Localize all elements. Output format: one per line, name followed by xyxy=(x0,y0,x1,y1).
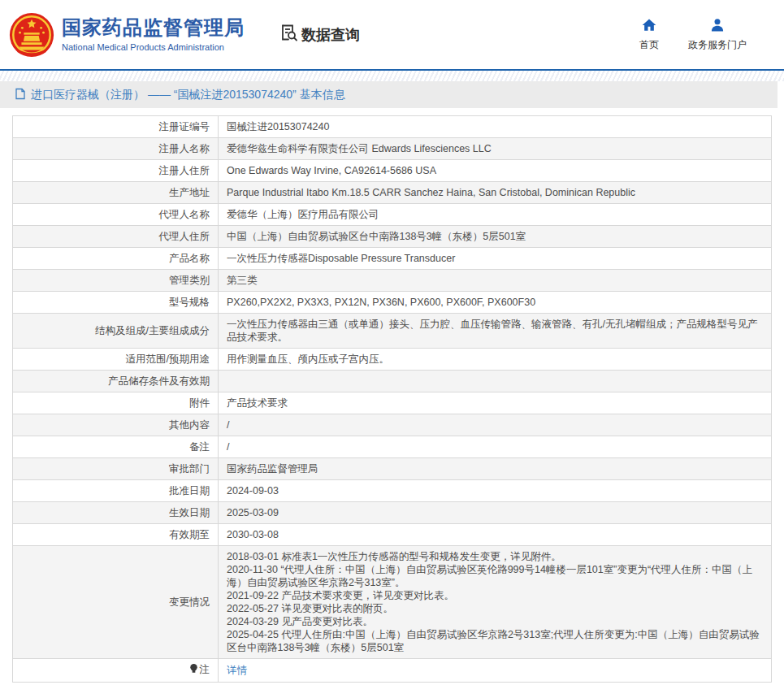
field-value: 中国（上海）自由贸易试验区台中南路138号3幢（东楼）5层501室 xyxy=(219,226,772,248)
field-value: 爱德华（上海）医疗用品有限公司 xyxy=(219,204,772,226)
field-label: 审批部门 xyxy=(13,458,219,480)
data-query-label: 数据查询 xyxy=(301,25,360,45)
field-value: 产品技术要求 xyxy=(219,392,772,414)
field-label: 注册证编号 xyxy=(13,116,219,138)
table-row: 批准日期 2024-09-03 xyxy=(13,480,772,502)
field-value: 一次性压力传感器由三通（或单通）接头、压力腔、血压传输管路、输液管路、有孔/无孔… xyxy=(219,314,772,349)
table-row: 代理人名称 爱德华（上海）医疗用品有限公司 xyxy=(13,204,772,226)
table-row: 注册证编号 国械注进20153074240 xyxy=(13,116,772,138)
table-row-note: 注 详情 xyxy=(13,659,772,683)
field-label: 备注 xyxy=(13,436,219,458)
field-label: 注册人住所 xyxy=(13,160,219,182)
data-query-icon xyxy=(279,23,298,46)
changes-history: 2018-03-01 标准表1一次性压力传感器的型号和规格发生变更，详见附件。 … xyxy=(219,546,772,659)
field-label: 附件 xyxy=(13,392,219,414)
data-query-section-link[interactable]: 数据查询 xyxy=(279,23,360,46)
field-label: 批准日期 xyxy=(13,480,219,502)
agency-name-zh: 国家药品监督管理局 xyxy=(62,17,245,38)
breadcrumb-text: 进口医疗器械（注册） —— “国械注进20153074240” 基本信息 xyxy=(31,88,345,102)
decorative-hatch-strip xyxy=(0,71,784,81)
table-row: 型号规格 PX260,PX2X2, PX3X3, PX12N, PX36N, P… xyxy=(13,292,772,314)
field-label: 其他内容 xyxy=(13,414,219,436)
table-row: 代理人住所 中国（上海）自由贸易试验区台中南路138号3幢（东楼）5层501室 xyxy=(13,226,772,248)
field-value: 2025-03-09 xyxy=(219,502,772,524)
agency-name-en: National Medical Products Administration xyxy=(62,42,245,52)
table-row: 适用范围/预期用途 用作测量血压、颅内压或子宫内压。 xyxy=(13,349,772,371)
table-row: 注册人名称 爱德华兹生命科学有限责任公司 Edwards Lifescience… xyxy=(13,138,772,160)
field-value: 2024-09-03 xyxy=(219,480,772,502)
registration-info-table: 注册证编号 国械注进20153074240 注册人名称 爱德华兹生命科学有限责任… xyxy=(12,115,772,683)
agency-title-block: 国家药品监督管理局 National Medical Products Admi… xyxy=(62,17,245,51)
breadcrumb: 进口医疗器械（注册） —— “国械注进20153074240” 基本信息 xyxy=(0,81,778,108)
field-value: 国家药品监督管理局 xyxy=(219,458,772,480)
table-row-changes: 变更情况 2018-03-01 标准表1一次性压力传感器的型号和规格发生变更，详… xyxy=(13,546,772,659)
table-row: 备注 / xyxy=(13,436,772,458)
nav-home-label: 首页 xyxy=(639,38,659,52)
field-value: 用作测量血压、颅内压或子宫内压。 xyxy=(219,349,772,371)
table-row: 附件 产品技术要求 xyxy=(13,392,772,414)
table-row: 产品名称 一次性压力传感器Disposable Pressure Transdu… xyxy=(13,248,772,270)
table-row: 其他内容 / xyxy=(13,414,772,436)
field-label: 适用范围/预期用途 xyxy=(13,349,219,371)
field-label: 型号规格 xyxy=(13,292,219,314)
field-label: 注册人名称 xyxy=(13,138,219,160)
document-icon xyxy=(15,88,26,102)
field-value: 爱德华兹生命科学有限责任公司 Edwards Lifesciences LLC xyxy=(219,138,772,160)
table-row: 生效日期 2025-03-09 xyxy=(13,502,772,524)
field-label: 代理人名称 xyxy=(13,204,219,226)
home-icon xyxy=(641,17,657,36)
field-value: 第三类 xyxy=(219,270,772,292)
header-nav: 首页 政务服务门户 xyxy=(639,17,747,52)
table-row: 注册人住所 One Edwards Way Irvine, CA92614-56… xyxy=(13,160,772,182)
table-row: 产品储存条件及有效期 xyxy=(13,371,772,392)
field-value: One Edwards Way Irvine, CA92614-5686 USA xyxy=(219,160,772,182)
table-row: 有效期至 2030-03-08 xyxy=(13,524,772,546)
field-label: 管理类别 xyxy=(13,270,219,292)
field-label: 注 xyxy=(200,663,210,676)
table-row: 结构及组成/主要组成成分 一次性压力传感器由三通（或单通）接头、压力腔、血压传输… xyxy=(13,314,772,349)
field-label: 生产地址 xyxy=(13,182,219,204)
field-value: 一次性压力传感器Disposable Pressure Transducer xyxy=(219,248,772,270)
nav-home[interactable]: 首页 xyxy=(639,17,659,52)
field-value: 详情 xyxy=(219,659,772,683)
field-value: 2030-03-08 xyxy=(219,524,772,546)
field-value: Parque Industrial Itabo Km.18.5 CARR San… xyxy=(219,182,772,204)
site-header: 国家药品监督管理局 National Medical Products Admi… xyxy=(0,0,784,71)
field-label: 有效期至 xyxy=(13,524,219,546)
field-value: 国械注进20153074240 xyxy=(219,116,772,138)
table-row: 审批部门 国家药品监督管理局 xyxy=(13,458,772,480)
field-label: 结构及组成/主要组成成分 xyxy=(13,314,219,349)
detail-link[interactable]: 详情 xyxy=(227,665,247,676)
user-icon xyxy=(709,17,726,36)
table-row: 管理类别 第三类 xyxy=(13,270,772,292)
bulb-icon xyxy=(189,663,198,678)
nav-portal-label: 政务服务门户 xyxy=(688,38,747,52)
field-label: 代理人住所 xyxy=(13,226,219,248)
field-label: 产品名称 xyxy=(13,248,219,270)
field-label: 变更情况 xyxy=(13,546,219,659)
field-value: / xyxy=(219,436,772,458)
field-value: / xyxy=(219,414,772,436)
field-value xyxy=(219,371,772,392)
field-label: 产品储存条件及有效期 xyxy=(13,371,219,392)
table-row: 生产地址 Parque Industrial Itabo Km.18.5 CAR… xyxy=(13,182,772,204)
main-content: 注册证编号 国械注进20153074240 注册人名称 爱德华兹生命科学有限责任… xyxy=(0,108,784,683)
nav-gov-service-portal[interactable]: 政务服务门户 xyxy=(688,17,747,52)
field-value: PX260,PX2X2, PX3X3, PX12N, PX36N, PX600,… xyxy=(219,292,772,314)
national-emblem-logo-icon xyxy=(8,11,55,60)
field-label: 生效日期 xyxy=(13,502,219,524)
